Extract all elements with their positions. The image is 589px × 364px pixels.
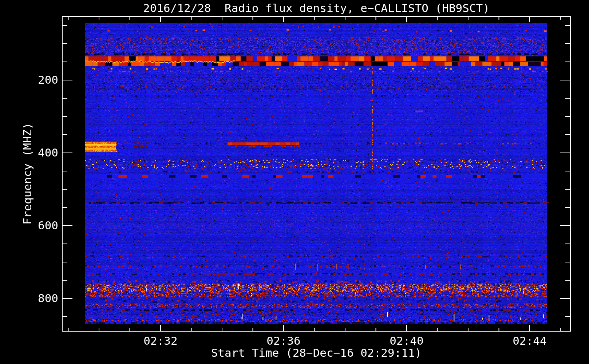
y-axis-label: Frequency (MHZ) — [21, 123, 34, 225]
x-tick-label: 02:32 — [131, 334, 190, 347]
chart-title: 2016/12/28 Radio flux density, e−CALLIST… — [62, 1, 570, 15]
x-tick-label: 02:44 — [501, 334, 559, 347]
x-tick-label: 02:40 — [377, 334, 436, 347]
x-tick-label: 02:36 — [254, 334, 313, 347]
x-axis-label: Start Time (28−Dec−16 02:29:11) — [62, 346, 570, 359]
y-tick-label: 200 — [15, 73, 58, 86]
y-tick-label: 600 — [15, 219, 58, 232]
y-tick-label: 400 — [15, 146, 58, 159]
spectrogram-page: 2016/12/28 Radio flux density, e−CALLIST… — [0, 0, 589, 364]
y-tick-label: 800 — [15, 292, 58, 305]
spectrogram-canvas — [0, 0, 589, 364]
